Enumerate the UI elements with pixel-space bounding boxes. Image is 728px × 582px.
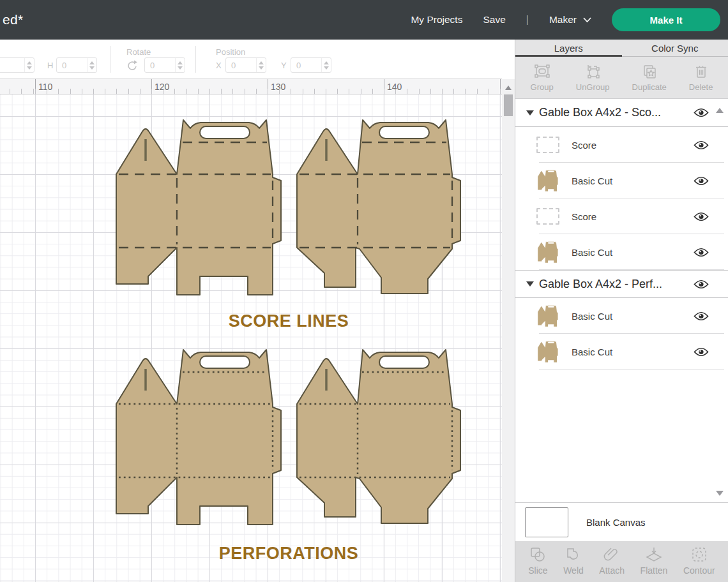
rotate-label: Rotate xyxy=(126,47,151,57)
position-x-stepper[interactable] xyxy=(256,58,266,72)
blank-canvas-row[interactable]: Blank Canvas xyxy=(515,502,728,541)
position-x-value: 0 xyxy=(226,61,256,70)
weld-button[interactable]: Weld xyxy=(563,545,584,576)
design-canvas[interactable]: SCORE LINES PERFORATIONS xyxy=(0,94,502,582)
document-title: ed* xyxy=(3,12,23,27)
topbar-separator: | xyxy=(526,14,529,26)
position-y-stepper[interactable] xyxy=(321,58,331,72)
blank-canvas-label: Blank Canvas xyxy=(586,517,646,528)
machine-name: Maker xyxy=(549,14,577,26)
position-y-label: Y xyxy=(281,61,287,70)
score-lines-text[interactable]: SCORE LINES xyxy=(229,311,349,331)
width-stepper[interactable] xyxy=(24,58,34,72)
edit-toolbar: 0 H 0 Rotate 0 Position X 0 xyxy=(0,40,502,79)
visibility-eye-icon[interactable] xyxy=(694,211,709,222)
layer-actions-toolbar: Group UnGroup Duplicate xyxy=(515,57,728,99)
chevron-down-icon xyxy=(583,17,591,22)
flatten-icon xyxy=(644,545,664,564)
score-line-icon xyxy=(536,134,560,156)
save-link[interactable]: Save xyxy=(483,14,505,26)
tab-layers[interactable]: Layers xyxy=(515,40,622,56)
visibility-eye-icon[interactable] xyxy=(694,175,709,186)
group-title: Gable Box A4x2 - Sco... xyxy=(539,106,694,119)
contour-icon xyxy=(690,545,709,564)
ungroup-icon xyxy=(584,63,601,80)
scrollbar-thumb[interactable] xyxy=(504,94,513,116)
gable-box-template-score-1[interactable] xyxy=(116,120,281,295)
boolean-tools-bar: Slice Weld Attach Flatten xyxy=(515,541,728,582)
rotate-icon[interactable] xyxy=(126,59,139,72)
panel-tabs: Layers Color Sync xyxy=(515,40,728,57)
trash-icon xyxy=(693,63,709,80)
ruler-tick-130: 130 xyxy=(271,82,285,92)
contour-button[interactable]: Contour xyxy=(683,545,715,576)
gable-box-template-score-2[interactable] xyxy=(297,120,460,294)
ruler-tick-120: 120 xyxy=(155,82,169,92)
visibility-eye-icon[interactable] xyxy=(694,107,709,118)
score-line-icon xyxy=(536,205,560,227)
width-field[interactable]: 0 xyxy=(0,57,34,73)
position-label: Position xyxy=(216,47,245,57)
weld-icon xyxy=(564,545,583,564)
slice-icon xyxy=(528,545,547,564)
ungroup-button[interactable]: UnGroup xyxy=(576,63,610,92)
height-value: 0 xyxy=(57,61,87,70)
attach-button[interactable]: Attach xyxy=(599,545,625,576)
paperclip-icon xyxy=(602,545,621,564)
layer-group-row[interactable]: Gable Box A4x2 - Sco... xyxy=(515,99,728,127)
duplicate-icon xyxy=(641,63,658,80)
visibility-eye-icon[interactable] xyxy=(694,247,709,258)
height-field[interactable]: 0 xyxy=(56,57,97,73)
collapse-caret-icon[interactable] xyxy=(526,281,534,287)
layer-scroll-up-icon[interactable] xyxy=(716,108,724,113)
layers-panel: Layers Color Sync Group UnGroup xyxy=(515,40,728,582)
visibility-eye-icon[interactable] xyxy=(694,311,709,322)
horizontal-ruler: 110 120 130 140 xyxy=(0,79,502,94)
app-window: ed* My Projects Save | Maker Make It 0 xyxy=(0,0,728,582)
gable-box-template-perf-2[interactable] xyxy=(297,350,460,523)
group-title: Gable Box A4x2 - Perf... xyxy=(539,278,694,291)
layer-row-basic-cut[interactable]: Basic Cut xyxy=(515,334,728,369)
duplicate-button[interactable]: Duplicate xyxy=(632,63,667,92)
layer-row-basic-cut[interactable]: Basic Cut xyxy=(515,234,728,270)
rotate-stepper[interactable] xyxy=(175,58,185,72)
visibility-eye-icon[interactable] xyxy=(694,140,709,151)
gable-box-thumbnail-icon xyxy=(536,305,560,327)
gable-box-thumbnail-icon xyxy=(536,170,560,191)
layer-row-basic-cut[interactable]: Basic Cut xyxy=(515,298,728,334)
rotate-field[interactable]: 0 xyxy=(144,57,185,73)
canvas-color-swatch[interactable] xyxy=(525,507,568,537)
make-it-button[interactable]: Make It xyxy=(612,8,720,31)
visibility-eye-icon[interactable] xyxy=(694,347,709,357)
group-button[interactable]: Group xyxy=(531,63,554,92)
canvas-vertical-scrollbar[interactable] xyxy=(502,79,515,582)
layer-row-basic-cut[interactable]: Basic Cut xyxy=(515,163,728,198)
top-bar: ed* My Projects Save | Maker Make It xyxy=(0,0,728,40)
layer-scroll-down-icon[interactable] xyxy=(716,491,724,496)
layer-row-score[interactable]: Score xyxy=(515,198,728,234)
position-y-value: 0 xyxy=(291,61,321,70)
ruler-tick-140: 140 xyxy=(387,82,402,92)
my-projects-link[interactable]: My Projects xyxy=(411,14,462,26)
rotate-value: 0 xyxy=(145,61,175,70)
position-y-field[interactable]: 0 xyxy=(291,57,331,73)
layer-group-row[interactable]: Gable Box A4x2 - Perf... xyxy=(515,270,728,298)
layer-list: Gable Box A4x2 - Sco... Score xyxy=(515,99,728,502)
width-value: 0 xyxy=(0,61,24,70)
gable-box-template-perf-1[interactable] xyxy=(116,350,281,525)
height-stepper[interactable] xyxy=(87,58,96,72)
flatten-button[interactable]: Flatten xyxy=(641,545,668,576)
delete-button[interactable]: Delete xyxy=(689,63,713,92)
collapse-caret-icon[interactable] xyxy=(526,110,534,116)
gable-box-thumbnail-icon xyxy=(536,341,560,362)
scroll-up-arrow-icon[interactable] xyxy=(505,86,512,90)
position-x-field[interactable]: 0 xyxy=(225,57,266,73)
perforations-text[interactable]: PERFORATIONS xyxy=(219,544,359,563)
layer-row-score[interactable]: Score xyxy=(515,127,728,163)
tab-color-sync[interactable]: Color Sync xyxy=(622,40,728,56)
visibility-eye-icon[interactable] xyxy=(694,279,709,290)
slice-button[interactable]: Slice xyxy=(528,545,547,576)
gable-box-thumbnail-icon xyxy=(536,241,560,263)
machine-selector[interactable]: Maker xyxy=(549,14,591,26)
height-label: H xyxy=(47,61,53,70)
